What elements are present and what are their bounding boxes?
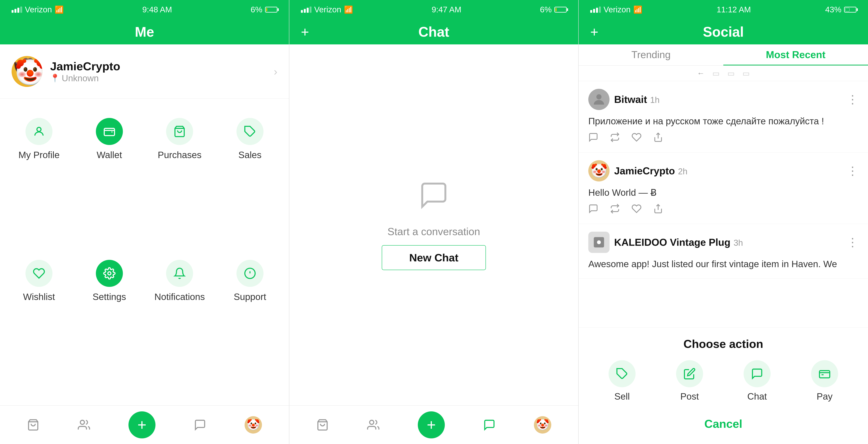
battery-fill-2 <box>556 8 557 11</box>
menu-item-sales[interactable]: Sales <box>215 110 285 252</box>
profile-chevron-icon[interactable]: › <box>274 65 277 78</box>
jamie-comment-icon[interactable] <box>588 204 598 216</box>
signal-icon <box>11 6 22 13</box>
post-header-jamie: 🤡 JamieCrypto 2h ⋮ <box>588 160 858 181</box>
cancel-button[interactable]: Cancel <box>588 411 858 436</box>
post-header-kaleidoo: KALEIDOO Vintage Plug 3h ⋮ <box>588 232 858 253</box>
kaleidoo-body: Awesome app! Just listed our first vinta… <box>588 258 858 270</box>
chat-action-icon <box>744 360 771 387</box>
nav-shop[interactable] <box>27 419 39 431</box>
nav-people[interactable] <box>78 419 90 431</box>
svg-point-4 <box>108 272 111 275</box>
profile-row[interactable]: 🤡 JamieCrypto 📍 Unknown › <box>0 45 289 99</box>
time-label-3: 11:12 AM <box>717 5 751 14</box>
phone-chat-screen: Verizon 📶 9:47 AM 6% + Chat Start a conv… <box>289 0 579 444</box>
bitwait-repost-icon[interactable] <box>610 132 620 145</box>
profile-name: JamieCrypto <box>50 60 266 73</box>
action-grid: Sell Post <box>588 360 858 402</box>
bitwait-avatar <box>588 89 610 110</box>
tab-most-recent[interactable]: Most Recent <box>723 45 868 65</box>
nav-chat-2[interactable] <box>483 419 496 431</box>
bitwait-meta: Bitwait 1h <box>614 94 842 105</box>
action-pay[interactable]: Pay <box>811 360 838 402</box>
new-chat-button[interactable]: New Chat <box>382 245 486 270</box>
sales-icon <box>237 118 264 145</box>
trending-tab-label: Trending <box>631 49 671 60</box>
nav-plus-button-2[interactable]: + <box>418 411 445 438</box>
shop-nav-icon <box>27 419 39 431</box>
pay-icon <box>811 360 838 387</box>
chat-empty-state: Start a conversation New Chat <box>289 45 578 405</box>
scroll-hint: ← ▭ ▭ ▭ <box>579 66 868 81</box>
menu-item-purchases[interactable]: Purchases <box>145 110 215 252</box>
kaleidoo-time: 3h <box>734 238 743 248</box>
shop-nav-icon-2 <box>316 419 329 431</box>
nav-chat[interactable] <box>194 419 206 431</box>
nav-profile-2[interactable]: 🤡 <box>534 416 551 434</box>
jamie-more-icon[interactable]: ⋮ <box>847 164 858 178</box>
jamie-like-icon[interactable] <box>631 204 642 216</box>
jamie-author: JamieCrypto <box>614 165 675 177</box>
start-conversation-text: Start a conversation <box>388 226 480 237</box>
social-tabs: Trending Most Recent <box>579 45 868 66</box>
nav-shop-2[interactable] <box>316 419 329 431</box>
support-icon <box>237 260 264 287</box>
my-profile-icon <box>26 118 53 145</box>
kaleidoo-meta: KALEIDOO Vintage Plug 3h <box>614 236 842 248</box>
sell-label: Sell <box>614 391 630 402</box>
kaleidoo-more-icon[interactable]: ⋮ <box>847 236 858 249</box>
profile-location: 📍 Unknown <box>50 73 266 83</box>
svg-rect-18 <box>819 371 830 378</box>
bitwait-share-icon[interactable] <box>653 132 663 145</box>
jamie-repost-icon[interactable] <box>610 204 620 216</box>
menu-item-notifications[interactable]: Notifications <box>145 252 215 394</box>
sales-label: Sales <box>239 150 261 160</box>
social-header: + Social <box>579 19 868 45</box>
nav-plus-button[interactable]: + <box>128 411 155 438</box>
action-sell[interactable]: Sell <box>609 360 636 402</box>
status-left-1: Verizon 📶 <box>11 5 64 14</box>
battery-icon <box>265 7 277 12</box>
social-header-plus[interactable]: + <box>590 24 598 40</box>
status-bar-2: Verizon 📶 9:47 AM 6% <box>289 0 578 19</box>
menu-item-wallet[interactable]: Wallet <box>74 110 145 252</box>
bitwait-actions <box>588 132 858 145</box>
chat-header-plus[interactable]: + <box>301 24 309 40</box>
purchases-label: Purchases <box>158 150 202 160</box>
nav-profile[interactable]: 🤡 <box>245 416 262 434</box>
post-jamiecrypto: 🤡 JamieCrypto 2h ⋮ Hello World — Ƀ <box>579 152 868 224</box>
location-pin-icon: 📍 <box>50 73 60 83</box>
tab-trending[interactable]: Trending <box>579 45 723 65</box>
bitwait-more-icon[interactable]: ⋮ <box>847 93 858 106</box>
wishlist-label: Wishlist <box>23 292 55 302</box>
menu-item-settings[interactable]: Settings <box>74 252 145 394</box>
svg-point-9 <box>80 420 84 424</box>
signal-icon-3 <box>590 6 601 13</box>
nav-people-2[interactable] <box>367 419 379 431</box>
menu-item-wishlist[interactable]: Wishlist <box>4 252 74 394</box>
wifi-icon: 📶 <box>55 5 64 14</box>
profile-nav-avatar: 🤡 <box>245 416 262 434</box>
kaleidoo-avatar <box>588 232 610 253</box>
bitwait-comment-icon[interactable] <box>588 132 598 145</box>
jamie-body: Hello World — Ƀ <box>588 186 858 199</box>
me-title: Me <box>135 24 154 40</box>
avatar-face: 🤡 <box>11 56 42 87</box>
action-post[interactable]: Post <box>676 360 703 402</box>
post-header-bitwait: Bitwait 1h ⋮ <box>588 89 858 110</box>
bitwait-like-icon[interactable] <box>631 132 642 145</box>
chat-bubble-icon <box>418 180 449 218</box>
menu-item-myprofile[interactable]: My Profile <box>4 110 74 252</box>
post-label: Post <box>680 391 699 402</box>
notifications-icon <box>166 260 193 287</box>
bitwait-body: Приложение и на русском тоже сделайте по… <box>588 115 858 127</box>
svg-rect-1 <box>104 128 114 136</box>
wallet-icon <box>96 118 123 145</box>
settings-label: Settings <box>93 292 126 302</box>
jamie-share-icon[interactable] <box>653 204 663 216</box>
svg-point-12 <box>596 94 601 99</box>
action-chat[interactable]: Chat <box>744 360 771 402</box>
social-feed: Bitwait 1h ⋮ Приложение и на русском тож… <box>579 81 868 327</box>
menu-item-support[interactable]: Support <box>215 252 285 394</box>
svg-point-11 <box>370 420 374 424</box>
